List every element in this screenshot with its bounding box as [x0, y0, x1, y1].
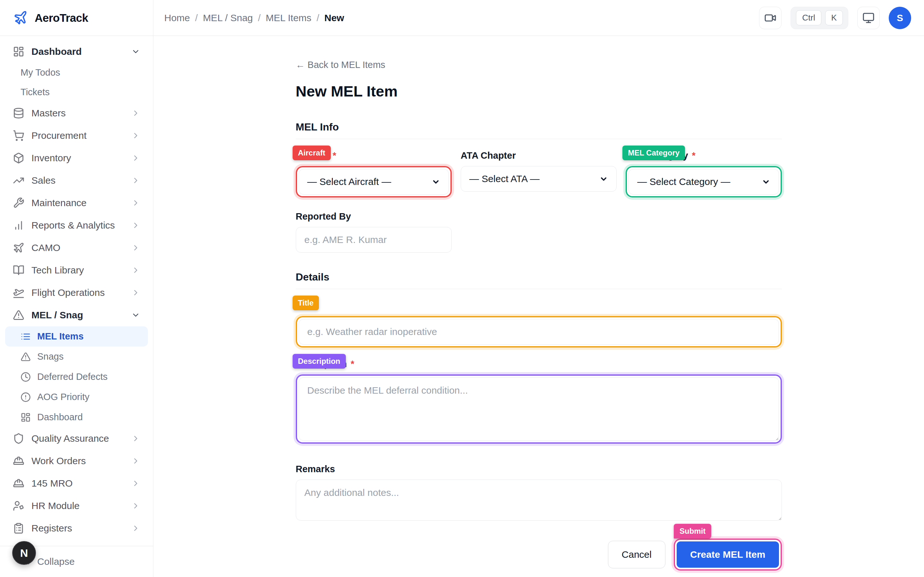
clipboard-list-icon — [13, 522, 24, 534]
collapse-sidebar-button[interactable]: Collapse — [37, 556, 75, 567]
list-icon — [21, 332, 31, 342]
sidebar-item-quality-assurance[interactable]: Quality Assurance — [5, 427, 148, 450]
sidebar-item-snags[interactable]: Snags — [5, 347, 148, 367]
sidebar-item-tickets[interactable]: Tickets — [5, 82, 148, 102]
sidebar-item-camo[interactable]: CAMO — [5, 237, 148, 259]
sidebar-item-label: Work Orders — [31, 456, 86, 466]
breadcrumb-item-home[interactable]: Home — [164, 13, 190, 23]
remarks-textarea[interactable] — [296, 480, 782, 521]
sidebar-item-registers[interactable]: Registers — [5, 517, 148, 540]
chevron-right-icon — [131, 243, 140, 252]
sidebar-item-masters[interactable]: Masters — [5, 102, 148, 124]
aircraft-highlight-ring: — Select Aircraft — — [296, 166, 452, 197]
description-annotation-badge: Description — [292, 354, 346, 369]
breadcrumb-item-mel-items[interactable]: MEL Items — [266, 13, 311, 23]
field-reported-by: Reported By — [296, 209, 452, 253]
clock-icon — [21, 372, 31, 382]
main-area: Home/MEL / Snag/MEL Items/New Ctrl K S — [153, 0, 924, 577]
sidebar-item-label: Deferred Defects — [37, 372, 107, 382]
sidebar-item-my-todos[interactable]: My Todos — [5, 63, 148, 82]
title-input[interactable] — [299, 319, 779, 345]
sidebar-item-maintenance[interactable]: Maintenance — [5, 192, 148, 214]
trending-up-icon — [13, 175, 24, 186]
submit-annotation-badge: Submit — [674, 524, 711, 538]
reported-by-input[interactable] — [296, 227, 452, 253]
sidebar-item-label: Snags — [37, 351, 63, 362]
chevron-right-icon — [131, 266, 140, 275]
wrench-icon — [13, 197, 24, 209]
ata-chapter-label: ATA Chapter — [461, 150, 516, 161]
package-icon — [13, 152, 24, 164]
description-highlight-ring — [296, 374, 782, 444]
sidebar-item-label: MEL / Snag — [31, 309, 83, 321]
user-avatar[interactable]: S — [889, 7, 911, 29]
sidebar-item-aog-priority[interactable]: AOG Priority — [5, 387, 148, 407]
remarks-label: Remarks — [296, 464, 335, 474]
field-aircraft: Aircraft * Aircraft — Select Aircraft — — [296, 148, 452, 197]
display-mode-button[interactable] — [857, 7, 880, 29]
sidebar-item-tech-library[interactable]: Tech Library — [5, 259, 148, 282]
sidebar-item-work-orders[interactable]: Work Orders — [5, 450, 148, 472]
layout-dashboard-icon — [13, 46, 24, 57]
brand-logo[interactable]: AeroTrack — [0, 0, 153, 36]
sidebar-item-deferred-defects[interactable]: Deferred Defects — [5, 367, 148, 387]
description-textarea[interactable] — [299, 377, 779, 441]
aircraft-annotation-badge: Aircraft — [292, 145, 331, 160]
alert-triangle-icon — [21, 351, 31, 362]
breadcrumb-item-new: New — [325, 13, 344, 23]
sidebar-item-dashboard[interactable]: Dashboard — [5, 407, 148, 427]
back-to-mel-items-link[interactable]: ← Back to MEL Items — [296, 60, 385, 70]
chevron-right-icon — [131, 221, 140, 230]
details-section-heading: Details — [296, 271, 782, 289]
sidebar-item-label: Quality Assurance — [31, 433, 109, 444]
user-cog-icon — [13, 500, 24, 512]
chevron-down-icon — [599, 175, 608, 183]
field-remarks: Remarks — [296, 462, 782, 521]
sidebar-item-label: Tickets — [21, 87, 50, 97]
k-keycap: K — [825, 10, 843, 25]
sidebar-item-label: Registers — [31, 523, 72, 534]
submit-highlight-ring: Submit Create MEL Item — [674, 538, 782, 571]
chevron-down-icon — [131, 47, 140, 56]
mel-category-select[interactable]: — Select Category — — [628, 169, 779, 195]
mel-category-annotation-badge: MEL Category — [622, 145, 685, 160]
screen-record-button[interactable] — [759, 7, 782, 29]
command-palette-shortcut[interactable]: Ctrl K — [790, 7, 848, 29]
sidebar-item-sales[interactable]: Sales — [5, 169, 148, 192]
hard-hat-icon — [13, 478, 24, 489]
ata-chapter-select[interactable]: — Select ATA — — [461, 166, 617, 192]
book-open-icon — [13, 264, 24, 276]
sidebar-item-label: Sales — [31, 175, 55, 186]
chevron-right-icon — [131, 479, 140, 488]
sidebar-item-hr-module[interactable]: HR Module — [5, 495, 148, 517]
sidebar-item-mel-items[interactable]: MEL Items — [5, 326, 148, 347]
chevron-down-icon — [131, 311, 140, 319]
sidebar-item-label: Dashboard — [37, 412, 83, 422]
sidebar-item-procurement[interactable]: Procurement — [5, 124, 148, 147]
plane-takeoff-icon — [13, 287, 24, 298]
ctrl-keycap: Ctrl — [796, 10, 821, 25]
sidebar-bottom-bar: N Collapse — [0, 546, 153, 577]
sidebar-item-label: Inventory — [31, 153, 71, 163]
sidebar-item-mel-snag[interactable]: MEL / Snag — [5, 304, 148, 326]
breadcrumb-item-mel-snag[interactable]: MEL / Snag — [203, 13, 253, 23]
sidebar-nav: DashboardMy TodosTicketsMastersProcureme… — [0, 36, 153, 546]
create-mel-item-button[interactable]: Create MEL Item — [677, 542, 779, 568]
required-asterisk: * — [692, 150, 696, 161]
sidebar-item-flight-operations[interactable]: Flight Operations — [5, 282, 148, 304]
aircraft-select[interactable]: — Select Aircraft — — [299, 169, 449, 195]
sidebar-item-dashboard[interactable]: Dashboard — [5, 40, 148, 63]
field-title: Title Title — [296, 298, 782, 348]
dev-overlay-badge[interactable]: N — [12, 541, 36, 565]
ata-chapter-select-value: — Select ATA — — [469, 173, 540, 184]
top-header: Home/MEL / Snag/MEL Items/New Ctrl K S — [153, 0, 924, 36]
form-actions: Cancel Submit Create MEL Item — [296, 538, 782, 571]
breadcrumb-separator: / — [195, 13, 198, 23]
sidebar-item-145-mro[interactable]: 145 MRO — [5, 472, 148, 495]
sidebar-item-label: CAMO — [31, 242, 60, 253]
sidebar-item-reports-analytics[interactable]: Reports & Analytics — [5, 214, 148, 237]
aircraft-select-value: — Select Aircraft — — [307, 176, 391, 187]
sidebar-item-inventory[interactable]: Inventory — [5, 147, 148, 169]
cancel-button[interactable]: Cancel — [608, 541, 666, 568]
sidebar-item-label: AOG Priority — [37, 392, 89, 402]
